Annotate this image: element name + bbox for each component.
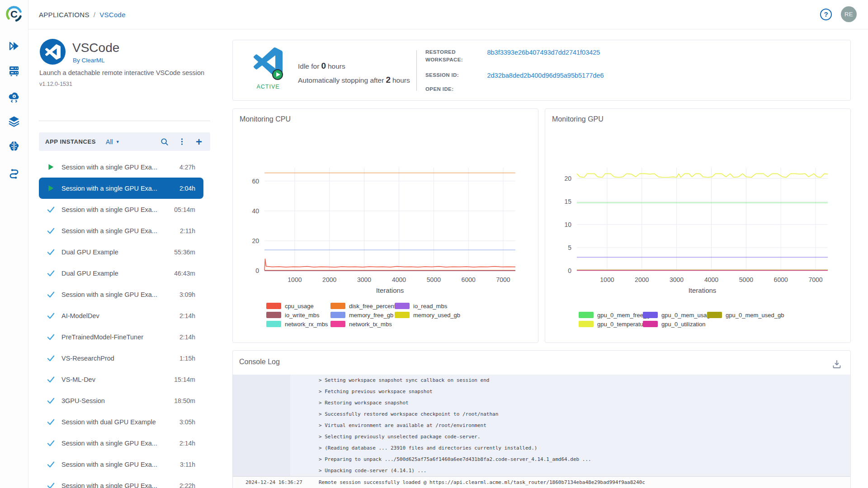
legend-item-io_read_mbs[interactable]: io_read_mbs (395, 303, 459, 310)
search-icon[interactable] (160, 137, 170, 147)
running-badge-icon (272, 69, 283, 80)
log-gutter (233, 431, 290, 442)
legend-item-gpu_0_temperature[interactable]: gpu_0_temperature (579, 321, 643, 328)
instance-row[interactable]: Session with a single GPU Exa...2:14h (39, 432, 203, 454)
workspace-id-link[interactable]: 8b3f3393e26b407493d7dd2741f03425 (487, 49, 600, 56)
check-icon (46, 248, 55, 257)
svg-text:6000: 6000 (462, 276, 476, 283)
log-line: > Virtual environment are available at /… (233, 420, 850, 431)
field-label: RESTORED WORKSPACE: (425, 48, 475, 64)
instance-name: 3GPU-Session (61, 397, 174, 404)
instance-row[interactable]: Dual GPU Example55:36m (39, 241, 203, 263)
log-gutter (233, 386, 290, 397)
play-icon (46, 163, 55, 172)
instance-row[interactable]: Session with a single GPU Exa...3:09h (39, 284, 203, 305)
instance-row[interactable]: Session with a single GPU Exa...2:11h (39, 220, 203, 241)
breadcrumb: APPLICATIONS / VSCode (39, 0, 126, 29)
instance-row[interactable]: Dual GPU Example46:43m (39, 263, 203, 284)
legend-label: gpu_0_mem_used_gb (726, 312, 784, 319)
check-icon (46, 439, 55, 448)
models-icon[interactable] (8, 140, 20, 152)
instance-row[interactable]: AI-ModelDev2:14h (39, 305, 203, 326)
instance-row[interactable]: 3GPU-Session18:50m (39, 390, 203, 411)
legend-swatch (266, 303, 281, 309)
instance-duration: 2:14h (179, 440, 195, 447)
instance-name: Session with a single GPU Exa... (61, 461, 180, 468)
instance-row[interactable]: Session with a single GPU Exa...4:27h (39, 156, 203, 178)
add-instance-button[interactable]: + (194, 137, 204, 147)
log-message: > Fetching previous workspace snapshot (319, 386, 433, 397)
svg-text:7000: 7000 (496, 276, 510, 283)
instance-name: Session with dual GPU Example (61, 418, 179, 426)
instance-name: Session with a single GPU Exa... (61, 291, 179, 298)
log-gutter (233, 397, 290, 408)
instance-row[interactable]: VS-ML-Dev15:14m (39, 369, 203, 390)
gpu-monitor-panel: 100020003000400050006000700005101520Iter… (545, 108, 851, 343)
session-id-field: SESSION ID: 2d32ba8ded2b400d96d95a95b517… (425, 71, 604, 80)
instances-filter-dropdown[interactable]: All▼ (106, 138, 119, 145)
instance-row[interactable]: Session with a single GPU Exa...2:04h (39, 178, 203, 199)
legend-label: gpu_0_temperature (597, 321, 648, 328)
legend-item-gpu_0_utilization[interactable]: gpu_0_utilization (643, 321, 707, 328)
instance-duration: 55:36m (174, 249, 195, 256)
legend-item-io_write_mbs[interactable]: io_write_mbs (266, 312, 330, 319)
log-gutter (233, 375, 290, 386)
legend-label: gpu_0_mem_usage (661, 312, 713, 319)
legend-item-gpu_0_mem_usage[interactable]: gpu_0_mem_usage (643, 312, 707, 319)
instance-row[interactable]: Session with a single GPU Exa...2:22h (39, 475, 203, 488)
legend-item-gpu_0_mem_used_gb[interactable]: gpu_0_mem_used_gb (707, 312, 771, 319)
legend-item-memory_free_gb[interactable]: memory_free_gb (330, 312, 395, 319)
legend-item-network_tx_mbs[interactable]: network_tx_mbs (330, 321, 395, 328)
instance-duration: 46:43m (174, 270, 195, 277)
svg-text:Iterations: Iterations (376, 286, 404, 294)
instance-row[interactable]: Session with dual GPU Example3:05h (39, 411, 203, 432)
instance-name: Session with a single GPU Exa... (61, 206, 174, 213)
svg-text:4000: 4000 (392, 276, 406, 283)
instance-row[interactable]: VS-ResearchProd1:15h (39, 347, 203, 369)
console-log-title: Console Log (239, 358, 280, 366)
check-icon (46, 375, 55, 384)
pipelines-icon[interactable] (8, 167, 20, 179)
breadcrumb-current[interactable]: VSCode (99, 11, 126, 19)
log-message: > Successfully restored workspace checkp… (319, 408, 498, 420)
breadcrumb-separator: / (94, 11, 95, 19)
legend-item-memory_used_gb[interactable]: memory_used_gb (395, 312, 459, 319)
log-message: > Setting workspace snapshot sync callba… (319, 375, 490, 386)
applications-icon[interactable] (8, 40, 20, 52)
field-label: SESSION ID: (425, 71, 481, 79)
check-icon (46, 311, 55, 320)
legend-item-network_rx_mbs[interactable]: network_rx_mbs (266, 321, 330, 328)
gpu-chart-plot[interactable]: 100020003000400050006000700005101520Iter… (545, 109, 851, 343)
svg-text:10: 10 (564, 221, 571, 228)
kebab-menu-icon[interactable] (177, 137, 187, 147)
legend-item-disk_free_percent[interactable]: disk_free_percent (330, 303, 395, 310)
legend-label: gpu_0_utilization (661, 321, 706, 328)
session-id-link[interactable]: 2d32ba8ded2b400d96d95a95b5177de6 (487, 72, 604, 79)
datasets-icon[interactable] (8, 115, 20, 128)
status-badge: ACTIVE (246, 84, 290, 90)
instance-duration: 3:11h (180, 461, 195, 468)
log-message: > Restoring workspace snapshot (319, 397, 409, 408)
instance-row[interactable]: Session with a single GPU Exa...05:14m (39, 199, 203, 220)
svg-text:15: 15 (564, 198, 571, 205)
check-icon (46, 226, 55, 235)
avatar[interactable]: RE (841, 6, 857, 22)
autoscaler-icon[interactable] (8, 90, 20, 103)
legend-item-cpu_usage[interactable]: cpu_usage (266, 303, 330, 310)
log-line: > Preparing to unpack .../500d625af75a6f… (233, 454, 850, 465)
instance-row[interactable]: Session with a single GPU Exa...3:11h (39, 454, 203, 475)
app-byline-link[interactable]: By ClearML (73, 57, 105, 64)
instance-name: Dual GPU Example (61, 270, 174, 277)
clearml-logo[interactable]: C (4, 4, 24, 24)
legend-item-gpu_0_mem_free_gb[interactable]: gpu_0_mem_free_gb (579, 312, 643, 319)
svg-text:5000: 5000 (427, 276, 441, 283)
workers-icon[interactable] (8, 65, 20, 77)
log-message: Remote session successfully loaded @ htt… (319, 477, 645, 488)
console-log-lines[interactable]: > Setting workspace snapshot sync callba… (233, 375, 850, 488)
help-icon[interactable]: ? (820, 9, 832, 20)
svg-text:7000: 7000 (809, 276, 823, 283)
instance-row[interactable]: PreTrainedModel-FineTuner2:14h (39, 326, 203, 347)
breadcrumb-applications[interactable]: APPLICATIONS (39, 11, 90, 19)
download-log-icon[interactable] (831, 359, 842, 370)
legend-swatch (395, 312, 410, 318)
